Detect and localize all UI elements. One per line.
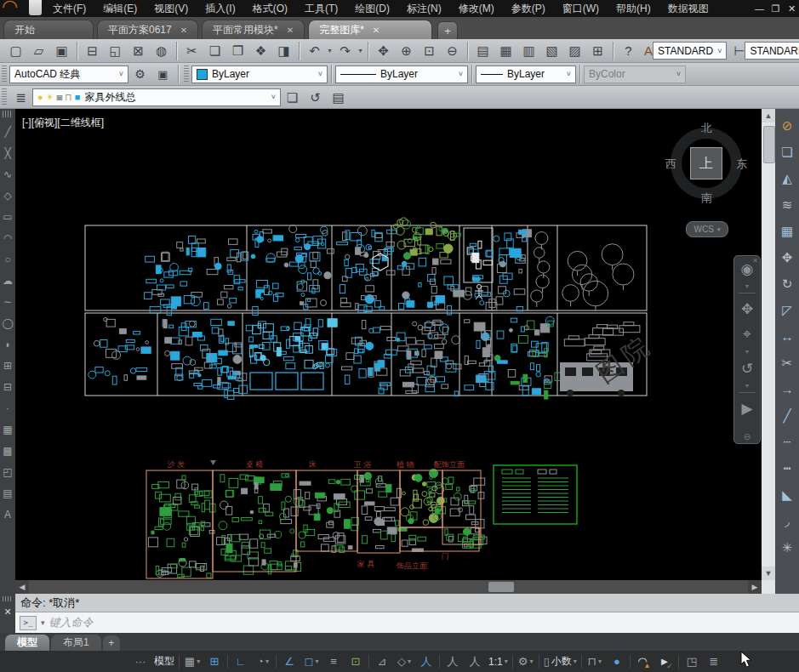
viewcube-south[interactable]: 南	[701, 191, 712, 206]
redo-icon-caret[interactable]: ▾	[357, 47, 364, 54]
publish-icon[interactable]: ⊠	[127, 42, 150, 60]
make-object-layer-current-icon[interactable]: ❏	[281, 88, 304, 106]
rotate-icon[interactable]: ↻	[775, 271, 799, 297]
snap-mode[interactable]: ⊞	[203, 652, 225, 670]
menu-item-10[interactable]: 窗口(W)	[554, 0, 608, 18]
dim-style-select[interactable]: STANDARD˅	[745, 42, 799, 60]
menu-item-1[interactable]: 编辑(E)	[94, 0, 146, 18]
vscroll-thumb[interactable]	[763, 126, 775, 163]
annotation-visibility[interactable]: 人	[415, 652, 437, 670]
menu-item-12[interactable]: 数据视图	[659, 0, 717, 18]
recent-commands-icon[interactable]: ▾	[41, 618, 45, 627]
horizontal-scrollbar[interactable]: ◀ ▶	[15, 580, 762, 594]
color-control[interactable]: ByLayer˅	[191, 65, 328, 83]
tab-close-icon[interactable]: ✕	[373, 26, 380, 35]
nav-orbit-icon[interactable]: ↺	[734, 356, 760, 381]
zoom-window-icon[interactable]: ⊡	[418, 42, 441, 60]
drawing-canvas[interactable]: 图院沙 发桌 椅床卫 浴植 物配饰立面家 具饰品立面门 [-][俯视][二维线框…	[15, 109, 762, 580]
menu-item-4[interactable]: 格式(O)	[244, 0, 296, 18]
markup-icon[interactable]: ▨	[563, 42, 586, 60]
viewport-controls[interactable]: [-][俯视][二维线框]	[22, 116, 104, 130]
fillet-icon[interactable]: ◞	[775, 508, 799, 534]
layer-control[interactable]: ●☀◙⊓■ 家具外线总˅	[32, 88, 281, 106]
navbar-close-icon[interactable]: ✕	[752, 257, 758, 265]
scroll-down-icon[interactable]: ▼	[762, 567, 775, 580]
revision-cloud-icon[interactable]: ☁	[0, 270, 15, 291]
insert-block-icon[interactable]: ⊞	[0, 355, 15, 376]
polyline-icon[interactable]: ∿	[0, 163, 15, 185]
status-overflow[interactable]: ···	[129, 652, 151, 670]
copy-clip-icon[interactable]: ❏	[203, 42, 226, 60]
workspace-switching[interactable]: ⚙▾	[515, 652, 537, 670]
multiline-text-icon[interactable]: A	[0, 504, 15, 525]
annotation-scale[interactable]: 1:1▾	[486, 652, 511, 670]
polygon-icon[interactable]: ◇	[0, 185, 15, 206]
construction-line-icon[interactable]: ╳	[0, 142, 15, 163]
break-icon[interactable]: ┄	[775, 429, 799, 455]
menu-item-7[interactable]: 标注(N)	[398, 0, 450, 18]
explode-icon[interactable]: ✳	[775, 534, 799, 561]
dynamic-input[interactable]: ⊡	[345, 652, 367, 670]
layer-on-icon[interactable]: ●	[37, 92, 43, 102]
annotation-autoscale[interactable]: 人	[442, 652, 464, 670]
point-icon[interactable]: ∙	[0, 397, 15, 419]
break-at-point-icon[interactable]: ╱	[775, 402, 799, 429]
scroll-left-icon[interactable]: ◀	[15, 580, 29, 594]
line-icon[interactable]: ╱	[0, 121, 15, 142]
workspace-settings-icon[interactable]: ⚙	[128, 65, 151, 83]
lock-ui[interactable]: ⊓▾	[584, 652, 606, 670]
linetype-control[interactable]: ByLayer˅	[335, 65, 468, 83]
steering-wheel-icon-caret[interactable]: ▾	[745, 282, 749, 290]
plot-icon[interactable]: ⊟	[81, 42, 104, 60]
offset-icon[interactable]: ≋	[775, 191, 799, 218]
tab-layout1[interactable]: 布局1	[51, 635, 101, 651]
dim-style-icon[interactable]: ⊢	[733, 42, 745, 60]
layer-vp-freeze-icon[interactable]: ◙	[57, 92, 63, 102]
ortho-mode[interactable]: ∟	[230, 652, 252, 670]
annotation-monitor[interactable]: 人	[464, 652, 486, 670]
block-editor-icon[interactable]: ◨	[272, 42, 295, 60]
restore-button[interactable]: ❐	[770, 3, 781, 14]
ellipse-arc-icon[interactable]: ◗	[0, 333, 15, 355]
undo-icon-caret[interactable]: ▾	[326, 47, 334, 54]
tab-close-icon[interactable]: ✕	[287, 26, 294, 35]
stretch-icon[interactable]: ↔	[775, 323, 799, 350]
nav-zoom-icon[interactable]: ⌖	[734, 322, 760, 347]
undo-icon[interactable]: ↶	[303, 42, 326, 60]
polar-tracking[interactable]: ◔▾	[252, 652, 274, 670]
pan-icon[interactable]: ✥	[372, 42, 395, 60]
layer-lock-icon[interactable]: ⊓	[65, 92, 72, 103]
rectangle-icon[interactable]: ▭	[0, 206, 15, 227]
layer-properties-icon[interactable]: ≣	[9, 88, 32, 106]
grid-display[interactable]: ▦▾	[181, 652, 203, 670]
text-style-icon[interactable]: A	[644, 42, 653, 60]
menu-item-5[interactable]: 工具(T)	[296, 0, 346, 18]
hardware-acceleration[interactable]: ●	[606, 652, 628, 670]
move-icon[interactable]: ✥	[775, 244, 799, 271]
join-icon[interactable]: ┅	[775, 455, 799, 481]
open-icon[interactable]: ▱	[27, 42, 50, 60]
object-snap-settings[interactable]: ◻▾	[300, 652, 322, 670]
units-ruler[interactable]: ▯小数▾	[541, 652, 579, 670]
menu-item-3[interactable]: 插入(I)	[197, 0, 243, 18]
extend-icon[interactable]: →	[775, 376, 799, 402]
file-tab-0[interactable]: 开始	[3, 20, 94, 39]
layer-states-icon[interactable]: ▤	[327, 88, 350, 106]
nav-pan-icon[interactable]: ✥	[734, 296, 760, 322]
web-icon[interactable]: ◍	[150, 42, 173, 60]
make-block-icon[interactable]: ⊟	[0, 376, 15, 397]
layer-previous-icon[interactable]: ↺	[304, 88, 327, 106]
viewcube-north[interactable]: 北	[701, 121, 712, 136]
tab-close-icon[interactable]: ✕	[180, 26, 187, 35]
three-d-object-snap[interactable]: ◇▾	[393, 652, 415, 670]
cut-icon[interactable]: ✂	[180, 42, 203, 60]
command-grip[interactable]	[3, 596, 13, 601]
tool-palettes-icon[interactable]: ▥	[517, 42, 540, 60]
redo-icon[interactable]: ↷	[334, 42, 357, 60]
designcenter-icon[interactable]: ▦	[494, 42, 517, 60]
toolbar-grip[interactable]	[184, 65, 189, 83]
circle-icon[interactable]: ○	[0, 248, 15, 270]
draw-toolbar-grip[interactable]	[3, 111, 13, 117]
file-tab-2[interactable]: 平面常用模块*✕	[202, 20, 305, 39]
gradient-icon[interactable]: ▩	[0, 440, 15, 461]
